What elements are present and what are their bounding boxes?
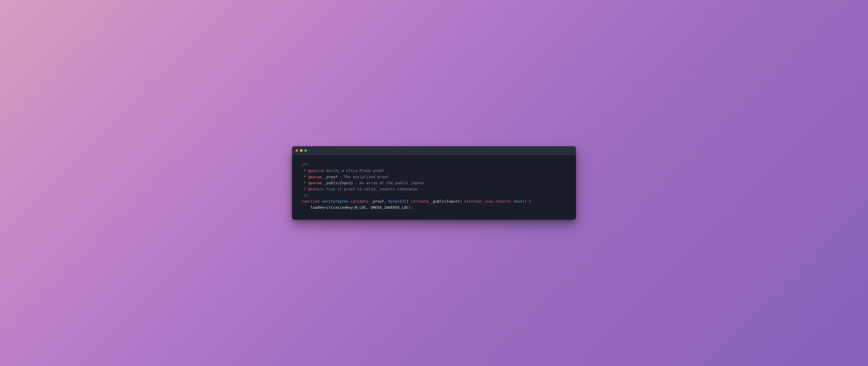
space bbox=[429, 199, 431, 203]
punct-end: ) { bbox=[524, 199, 531, 203]
space bbox=[319, 199, 321, 203]
doc-tag-param: @param bbox=[308, 175, 321, 179]
doc-param-name: _proof bbox=[321, 175, 337, 179]
keyword-calldata: calldata bbox=[411, 199, 429, 203]
type-bytes: bytes bbox=[337, 199, 348, 203]
space bbox=[348, 199, 350, 203]
punct: ( bbox=[511, 199, 516, 203]
doc-tag-param: @param bbox=[308, 181, 321, 185]
function-name: verify bbox=[321, 199, 335, 203]
punct-brackets: [] bbox=[404, 199, 408, 203]
doc-tag-notice: @notice bbox=[308, 169, 324, 173]
punct-lparen: ( bbox=[335, 199, 337, 203]
comment-prefix: * bbox=[302, 175, 308, 179]
punct-rparen: ) bbox=[460, 199, 464, 203]
doc-text: - The serialized proof bbox=[337, 175, 389, 179]
arg-proof: _proof bbox=[371, 199, 384, 203]
comment-prefix: * bbox=[302, 187, 308, 191]
window-titlebar bbox=[292, 146, 576, 155]
maximize-icon[interactable] bbox=[304, 149, 307, 152]
arg-omegainverseloc: OMEGA_INVERSE_LOC bbox=[371, 205, 408, 209]
code-block: /** * @notice Verify a Ultra Plonk proof… bbox=[292, 155, 576, 220]
call-name: loadVerificationKey bbox=[311, 205, 353, 209]
punct-lparen: ( bbox=[353, 205, 355, 209]
comment-prefix: * bbox=[302, 181, 308, 185]
punct-comma: , bbox=[384, 199, 389, 203]
comment-prefix: * bbox=[302, 169, 308, 173]
space bbox=[409, 199, 411, 203]
punct-end: ); bbox=[409, 205, 413, 209]
keyword-function: function bbox=[302, 199, 319, 203]
doc-tag-return: @return bbox=[308, 187, 324, 191]
space bbox=[493, 199, 495, 203]
keyword-external: external bbox=[464, 199, 482, 203]
doc-text: True if proof is valid, reverts otherwis… bbox=[324, 187, 417, 191]
doc-text: - An array of the public inputs bbox=[353, 181, 424, 185]
arg-nloc: N_LOC bbox=[355, 205, 366, 209]
punct-comma: , bbox=[366, 205, 371, 209]
space bbox=[482, 199, 484, 203]
type-bytes32: bytes32 bbox=[389, 199, 404, 203]
space bbox=[368, 199, 371, 203]
arg-publicinputs: _publicInputs bbox=[431, 199, 460, 203]
type-bool: bool bbox=[516, 199, 524, 203]
keyword-returns: returns bbox=[495, 199, 511, 203]
indent bbox=[302, 205, 311, 209]
doc-text: Verify a Ultra Plonk proof bbox=[324, 169, 384, 173]
code-window: /** * @notice Verify a Ultra Plonk proof… bbox=[292, 146, 576, 220]
doc-param-name: _publicInputs bbox=[321, 181, 353, 185]
minimize-icon[interactable] bbox=[300, 149, 303, 152]
comment-close: */ bbox=[302, 193, 308, 197]
keyword-view: view bbox=[484, 199, 493, 203]
close-icon[interactable] bbox=[296, 149, 298, 152]
comment-open: /** bbox=[302, 163, 308, 167]
keyword-calldata: calldata bbox=[350, 199, 368, 203]
